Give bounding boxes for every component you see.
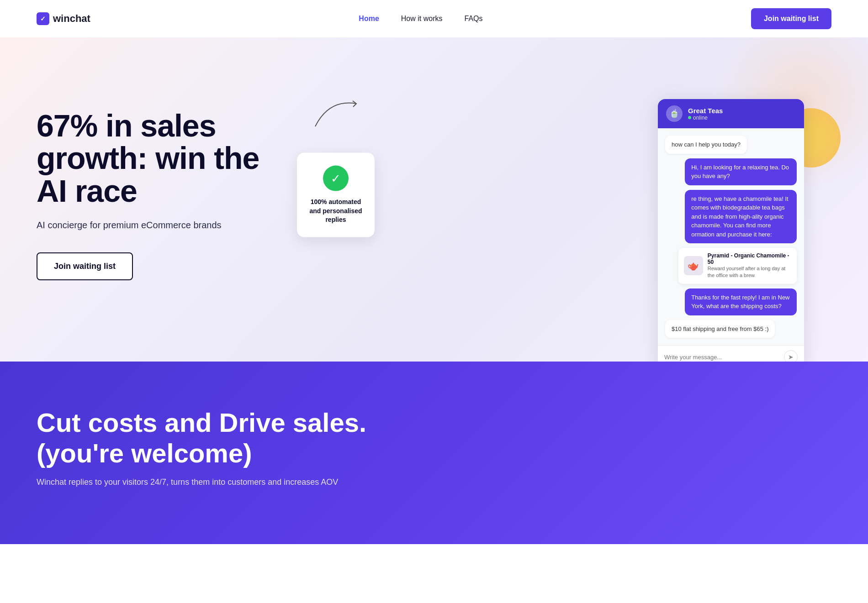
- nav-link-how-it-works[interactable]: How it works: [401, 15, 443, 22]
- product-info: Pyramid - Organic Chamomile - 50 Reward …: [708, 252, 791, 279]
- hero-subtitle: AI concierge for premium eCommerce brand…: [37, 220, 283, 231]
- hero-section: 67% in sales growth: win the AI race AI …: [0, 37, 868, 362]
- chat-business-name: Great Teas: [688, 107, 723, 115]
- chat-header-info: Great Teas online: [688, 107, 723, 121]
- product-desc: Reward yourself after a long day at the …: [708, 265, 791, 279]
- logo-text: winchat: [53, 13, 90, 25]
- hero-title: 67% in sales growth: win the AI race: [37, 110, 283, 207]
- logo-link[interactable]: ✓ winchat: [37, 12, 90, 25]
- chat-avatar-icon: 🍵: [666, 105, 683, 122]
- chat-window: 🍵 Great Teas online how can I help you t…: [658, 99, 804, 362]
- nav-link-faqs[interactable]: FAQs: [465, 15, 483, 22]
- chat-send-button[interactable]: ➤: [784, 350, 798, 362]
- badge-text: 100% automated and personalised replies: [308, 198, 364, 225]
- chat-input[interactable]: [664, 354, 784, 361]
- check-icon: ✓: [323, 166, 349, 191]
- product-card: 🫖 Pyramid - Organic Chamomile - 50 Rewar…: [678, 248, 797, 284]
- bottom-subtext: Winchat replies to your visitors 24/7, t…: [37, 477, 356, 487]
- product-image-icon: 🫖: [684, 256, 703, 275]
- navbar: ✓ winchat Home How it works FAQs Join wa…: [0, 0, 868, 37]
- hero-right: ✓ 100% automated and personalised replie…: [283, 81, 831, 309]
- chat-message-4: Thanks for the fast reply! I am in New Y…: [685, 288, 797, 315]
- chat-status: online: [688, 115, 723, 121]
- nav-item-faqs[interactable]: FAQs: [465, 15, 483, 23]
- product-name: Pyramid - Organic Chamomile - 50: [708, 252, 791, 265]
- nav-item-how-it-works[interactable]: How it works: [401, 15, 443, 23]
- nav-item-home[interactable]: Home: [359, 15, 379, 23]
- automated-badge-card: ✓ 100% automated and personalised replie…: [297, 153, 375, 237]
- hero-left: 67% in sales growth: win the AI race AI …: [37, 110, 283, 280]
- chat-message-1: how can I help you today?: [665, 136, 747, 154]
- logo-icon: ✓: [37, 12, 49, 25]
- hero-cta-button[interactable]: Join waiting list: [37, 252, 133, 280]
- decorative-arrow: [311, 94, 365, 131]
- chat-message-2: Hi, I am looking for a relaxing tea. Do …: [685, 158, 797, 185]
- bottom-section: Cut costs and Drive sales. (you're welco…: [0, 362, 868, 544]
- chat-header: 🍵 Great Teas online: [658, 99, 804, 128]
- bottom-heading: Cut costs and Drive sales. (you're welco…: [37, 407, 448, 468]
- chat-input-bar: ➤: [658, 345, 804, 362]
- chat-message-5: $10 flat shipping and free from $65 :): [665, 320, 775, 338]
- nav-links: Home How it works FAQs: [359, 15, 482, 23]
- chat-status-text: online: [693, 115, 708, 121]
- status-dot-icon: [688, 116, 691, 119]
- chat-body: how can I help you today? Hi, I am looki…: [658, 128, 804, 345]
- nav-cta-button[interactable]: Join waiting list: [751, 8, 831, 29]
- nav-link-home[interactable]: Home: [359, 15, 379, 22]
- chat-message-3: re thing, we have a chamomile tea! It co…: [685, 190, 797, 244]
